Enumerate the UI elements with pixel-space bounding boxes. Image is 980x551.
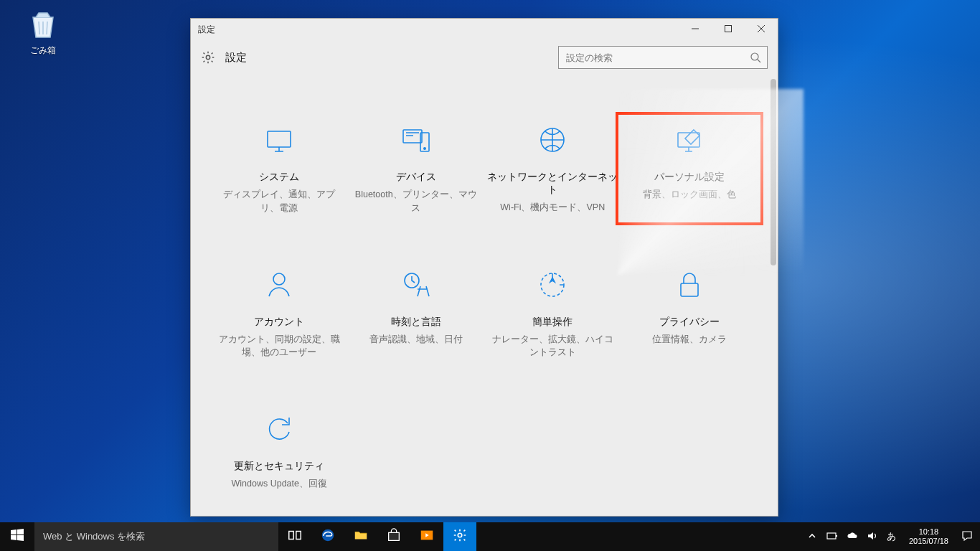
task-view-button[interactable] (278, 522, 311, 551)
tile-devices[interactable]: デバイス Bluetooth、プリンター、マウス (348, 118, 485, 220)
window-title: 設定 (198, 24, 215, 36)
tile-title: システム (214, 171, 345, 184)
display-icon (261, 122, 297, 158)
ease-of-access-icon (534, 267, 570, 303)
tile-personalization[interactable]: パーソナル設定 背景、ロック画面、色 (621, 118, 758, 220)
svg-point-17 (458, 533, 462, 537)
svg-rect-18 (827, 533, 836, 539)
tile-title: ネットワークとインターネット (487, 171, 618, 197)
tile-title: パーソナル設定 (624, 171, 755, 184)
svg-rect-3 (268, 131, 291, 147)
svg-point-2 (751, 53, 758, 60)
svg-rect-12 (681, 283, 698, 296)
onedrive-icon[interactable] (847, 530, 858, 543)
edge-icon (320, 527, 336, 546)
settings-icon (452, 527, 468, 546)
tile-desc: Bluetooth、プリンター、マウス (351, 188, 482, 215)
svg-rect-14 (296, 532, 301, 540)
svg-point-1 (206, 55, 209, 59)
minimize-button[interactable] (679, 19, 712, 40)
scrollbar-thumb[interactable] (771, 79, 776, 265)
start-button[interactable] (0, 522, 34, 551)
tile-title: 簡単操作 (487, 316, 618, 329)
taskbar-app-settings[interactable] (443, 522, 476, 551)
action-center-icon[interactable] (961, 530, 973, 543)
settings-header: 設定 (191, 40, 778, 75)
settings-content: システム ディスプレイ、通知、アプリ、電源 デバイス Bluetooth、プリン… (191, 75, 778, 516)
clock-date: 2015/07/18 (909, 537, 948, 546)
devices-icon (398, 122, 434, 158)
ime-icon[interactable]: あ (887, 530, 896, 543)
taskbar-app-store[interactable] (377, 522, 410, 551)
close-icon (758, 24, 765, 34)
tile-title: デバイス (351, 171, 482, 184)
network-icon[interactable] (826, 530, 838, 543)
taskbar-app-media[interactable] (410, 522, 443, 551)
recycle-bin-icon (14, 7, 72, 42)
taskbar: Web と Windows を検索 あ 10:18 (0, 522, 980, 551)
person-icon (261, 267, 297, 303)
page-title: 設定 (225, 51, 247, 65)
tile-desc: Wi-Fi、機内モード、VPN (487, 201, 618, 215)
svg-rect-0 (725, 26, 732, 32)
svg-rect-4 (403, 130, 422, 143)
taskbar-app-explorer[interactable] (344, 522, 377, 551)
settings-grid: システム ディスプレイ、通知、アプリ、電源 デバイス Bluetooth、プリン… (191, 75, 778, 516)
tile-system[interactable]: システム ディスプレイ、通知、アプリ、電源 (211, 118, 348, 220)
svg-point-6 (424, 148, 425, 149)
desktop-icon-recycle-bin[interactable]: ごみ箱 (14, 7, 72, 57)
svg-point-9 (273, 273, 285, 285)
taskbar-clock[interactable]: 10:18 2015/07/18 (905, 527, 953, 546)
clock-time: 10:18 (909, 527, 948, 537)
taskbar-search-placeholder: Web と Windows を検索 (43, 530, 145, 543)
globe-icon (534, 122, 570, 158)
tile-time-language[interactable]: 時刻と言語 音声認識、地域、日付 (348, 263, 485, 364)
search-input[interactable] (566, 52, 750, 63)
recycle-bin-label: ごみ箱 (14, 44, 72, 57)
taskbar-app-edge[interactable] (311, 522, 344, 551)
tile-desc: アカウント、同期の設定、職場、他のユーザー (214, 333, 345, 360)
time-language-icon (398, 267, 434, 303)
minimize-icon (692, 24, 699, 34)
tile-title: 更新とセキュリティ (214, 460, 345, 473)
tile-title: アカウント (214, 316, 345, 329)
maximize-button[interactable] (712, 19, 745, 40)
tile-title: プライバシー (624, 316, 755, 329)
settings-search[interactable] (558, 46, 768, 69)
tile-desc: 位置情報、カメラ (624, 333, 755, 347)
folder-icon (353, 527, 369, 546)
taskbar-search[interactable]: Web と Windows を検索 (34, 522, 278, 551)
tile-accounts[interactable]: アカウント アカウント、同期の設定、職場、他のユーザー (211, 263, 348, 364)
tray-overflow-icon[interactable] (806, 530, 818, 543)
maximize-icon (725, 24, 732, 34)
volume-icon[interactable] (867, 530, 878, 543)
tile-privacy[interactable]: プライバシー 位置情報、カメラ (621, 263, 758, 364)
tile-desc: ディスプレイ、通知、アプリ、電源 (214, 188, 345, 215)
store-icon (386, 527, 402, 546)
tile-desc: 背景、ロック画面、色 (624, 188, 755, 202)
tile-ease-of-access[interactable]: 簡単操作 ナレーター、拡大鏡、ハイコントラスト (484, 263, 621, 364)
update-icon (261, 411, 297, 447)
lock-icon (672, 267, 707, 303)
close-button[interactable] (745, 19, 778, 40)
personalization-icon (672, 122, 707, 158)
system-tray[interactable]: あ 10:18 2015/07/18 (799, 522, 980, 551)
titlebar[interactable]: 設定 (191, 19, 778, 40)
search-icon (750, 52, 761, 63)
tile-title: 時刻と言語 (351, 316, 482, 329)
tile-desc: ナレーター、拡大鏡、ハイコントラスト (487, 333, 618, 360)
svg-rect-13 (289, 532, 293, 540)
media-icon (419, 527, 435, 546)
desktop: ごみ箱 設定 設定 (0, 0, 980, 551)
tile-desc: 音声認識、地域、日付 (351, 333, 482, 347)
tile-desc: Windows Update、回復 (214, 477, 345, 491)
settings-window: 設定 設定 (190, 18, 778, 517)
tile-network[interactable]: ネットワークとインターネット Wi-Fi、機内モード、VPN (484, 118, 621, 220)
gear-icon (201, 50, 215, 65)
tile-update-security[interactable]: 更新とセキュリティ Windows Update、回復 (211, 407, 348, 495)
task-view-icon (287, 527, 303, 546)
windows-logo-icon (11, 529, 24, 545)
